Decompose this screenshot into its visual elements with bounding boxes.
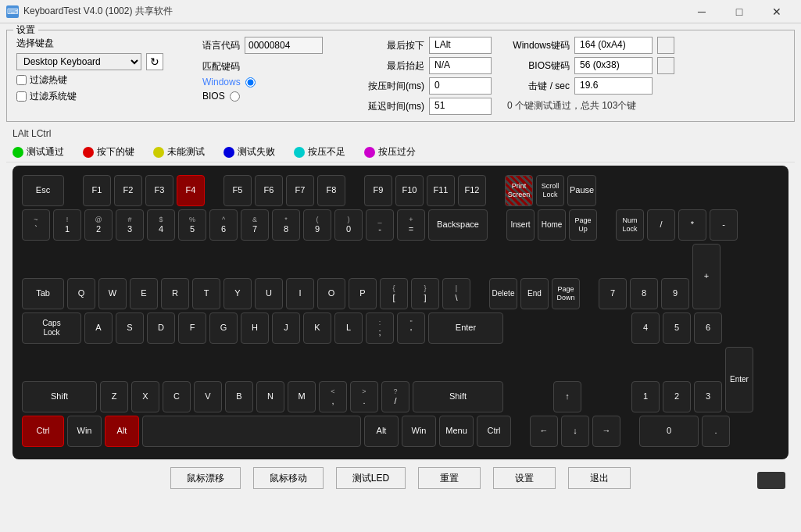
key-delete[interactable]: Delete: [489, 278, 517, 309]
key-tab[interactable]: Tab: [22, 278, 64, 309]
key-slash[interactable]: ?/: [381, 381, 409, 412]
key-minus[interactable]: _-: [366, 209, 394, 241]
key-lbracket[interactable]: {[: [380, 278, 408, 309]
key-tilde[interactable]: ~`: [22, 209, 50, 241]
key-rctrl[interactable]: Ctrl: [477, 416, 511, 447]
key-space[interactable]: [142, 416, 361, 447]
mouse-hover-button[interactable]: 鼠标漂移: [170, 467, 241, 489]
key-rshift[interactable]: Shift: [413, 381, 503, 412]
key-numstar[interactable]: *: [678, 209, 706, 241]
key-end[interactable]: End: [520, 278, 549, 309]
key-num6[interactable]: 6: [694, 312, 722, 344]
key-ralt[interactable]: Alt: [364, 416, 399, 447]
key-right[interactable]: →: [592, 416, 620, 447]
key-f9[interactable]: F9: [364, 175, 392, 206]
key-quote[interactable]: "': [397, 312, 425, 344]
key-u[interactable]: U: [255, 278, 283, 309]
key-f[interactable]: F: [178, 312, 206, 344]
key-capslock[interactable]: CapsLock: [22, 312, 81, 344]
key-lwin[interactable]: Win: [67, 416, 102, 447]
key-s[interactable]: S: [116, 312, 144, 344]
key-numenter[interactable]: Enter: [725, 347, 753, 412]
lang-code-input[interactable]: [245, 37, 323, 54]
key-num7[interactable]: 7: [599, 278, 627, 309]
key-menu[interactable]: Menu: [439, 416, 474, 447]
key-f3[interactable]: F3: [145, 175, 173, 206]
key-k[interactable]: K: [303, 312, 331, 344]
key-h[interactable]: H: [241, 312, 269, 344]
key-num5[interactable]: 5: [663, 312, 691, 344]
key-down[interactable]: ↓: [561, 416, 589, 447]
exit-button[interactable]: 退出: [568, 467, 631, 489]
key-equals[interactable]: +=: [397, 209, 425, 241]
key-numplus[interactable]: +: [692, 244, 721, 309]
key-v[interactable]: V: [194, 381, 222, 412]
key-prtsc[interactable]: PrintScreen: [505, 175, 533, 206]
key-o[interactable]: O: [317, 278, 345, 309]
key-m[interactable]: M: [288, 381, 316, 412]
key-f5[interactable]: F5: [223, 175, 252, 206]
key-5[interactable]: %5: [178, 209, 206, 241]
key-i[interactable]: I: [286, 278, 314, 309]
key-num2[interactable]: 2: [663, 381, 691, 412]
bios-key-copy-btn[interactable]: [657, 57, 674, 74]
key-e[interactable]: E: [130, 278, 158, 309]
key-2[interactable]: @2: [84, 209, 113, 241]
key-0[interactable]: )0: [334, 209, 363, 241]
reset-button[interactable]: 重置: [418, 467, 481, 489]
key-g[interactable]: G: [209, 312, 238, 344]
key-r[interactable]: R: [161, 278, 189, 309]
key-f8[interactable]: F8: [317, 175, 345, 206]
key-f11[interactable]: F11: [427, 175, 455, 206]
filter-hotkeys-checkbox[interactable]: [16, 75, 27, 85]
key-rwin[interactable]: Win: [402, 416, 436, 447]
settings-button[interactable]: 设置: [493, 467, 556, 489]
key-pagedown[interactable]: PageDown: [552, 278, 580, 309]
key-4[interactable]: $4: [147, 209, 175, 241]
key-f12[interactable]: F12: [458, 175, 486, 206]
key-9[interactable]: (9: [303, 209, 331, 241]
key-a[interactable]: A: [84, 312, 113, 344]
key-lshift[interactable]: Shift: [22, 381, 97, 412]
key-backslash[interactable]: |\: [442, 278, 470, 309]
key-8[interactable]: *8: [272, 209, 300, 241]
key-num9[interactable]: 9: [661, 278, 689, 309]
key-t[interactable]: T: [192, 278, 220, 309]
key-backspace[interactable]: Backspace: [428, 209, 488, 241]
key-f2[interactable]: F2: [114, 175, 142, 206]
key-j[interactable]: J: [272, 312, 300, 344]
key-num8[interactable]: 8: [630, 278, 658, 309]
key-y[interactable]: Y: [223, 278, 252, 309]
key-n[interactable]: N: [256, 381, 284, 412]
key-f10[interactable]: F10: [395, 175, 424, 206]
key-numminus[interactable]: -: [710, 209, 738, 241]
key-pause[interactable]: Pause: [567, 175, 596, 206]
key-comma[interactable]: <,: [319, 381, 347, 412]
key-f1[interactable]: F1: [83, 175, 111, 206]
key-up[interactable]: ↑: [553, 381, 581, 412]
key-home[interactable]: Home: [538, 209, 566, 241]
key-left[interactable]: ←: [530, 416, 558, 447]
key-pageup[interactable]: PageUp: [569, 209, 597, 241]
key-x[interactable]: X: [131, 381, 159, 412]
key-l[interactable]: L: [334, 312, 363, 344]
key-lctrl[interactable]: Ctrl: [22, 416, 64, 447]
key-enter[interactable]: Enter: [428, 312, 503, 344]
key-esc[interactable]: Esc: [22, 175, 64, 206]
key-scroll[interactable]: ScrollLock: [536, 175, 564, 206]
key-num1[interactable]: 1: [631, 381, 660, 412]
key-f7[interactable]: F7: [286, 175, 314, 206]
key-period[interactable]: >.: [350, 381, 378, 412]
filter-system-checkbox[interactable]: [16, 91, 27, 102]
keyboard-select[interactable]: Desktop Keyboard: [16, 53, 141, 70]
refresh-button[interactable]: ↻: [146, 53, 163, 70]
key-w[interactable]: W: [98, 278, 127, 309]
key-numdel[interactable]: .: [702, 416, 730, 447]
key-lalt[interactable]: Alt: [105, 416, 139, 447]
bios-radio[interactable]: [230, 91, 240, 102]
key-c[interactable]: C: [163, 381, 191, 412]
key-insert[interactable]: Insert: [506, 209, 535, 241]
key-f6[interactable]: F6: [255, 175, 283, 206]
key-numlock[interactable]: NumLock: [616, 209, 644, 241]
close-button[interactable]: ✕: [759, 0, 795, 23]
